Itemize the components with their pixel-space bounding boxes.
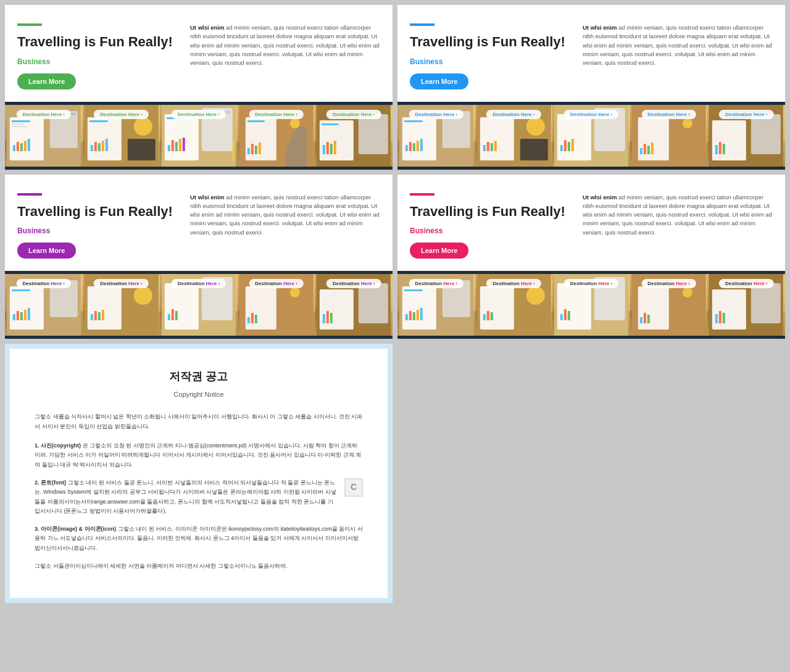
svg-rect-48 [334, 141, 336, 154]
panel-pink-left: Travelling is Fun Really! Business Learn… [410, 193, 570, 259]
dest-card-pk1[interactable]: Destination Here › [397, 274, 475, 336]
dest-card-p3[interactable]: Destination Here › [160, 274, 238, 336]
svg-rect-88 [10, 286, 44, 330]
panel-purple-title: Travelling is Fun Really! [17, 203, 178, 221]
svg-rect-145 [644, 313, 646, 323]
dest-card-p5[interactable]: Destination Here › [315, 274, 393, 336]
accent-line-green [17, 23, 42, 26]
svg-rect-104 [165, 283, 199, 330]
svg-rect-140 [568, 311, 570, 320]
dest-card-5[interactable]: Destination Here › [315, 105, 393, 167]
svg-rect-63 [490, 143, 493, 151]
dest-card-3[interactable]: Destination Here › [160, 105, 238, 167]
svg-rect-19 [101, 141, 104, 151]
svg-rect-30 [183, 138, 185, 151]
svg-point-65 [526, 117, 544, 136]
svg-rect-123 [404, 289, 423, 291]
svg-rect-90 [13, 314, 15, 320]
svg-rect-54 [409, 142, 412, 151]
dest-label-pk2: Destination Here › [486, 279, 541, 288]
copyright-title-en: Copyright Notice [35, 389, 363, 400]
learn-more-btn-purple[interactable]: Learn More [17, 243, 76, 259]
svg-rect-72 [572, 139, 574, 151]
panel-pink-right: Ut wlsi enim ad minim veniam, quis nostr… [583, 193, 773, 259]
svg-rect-64 [494, 141, 496, 151]
svg-rect-153 [751, 283, 781, 323]
dest-label-pk4: Destination Here › [641, 279, 696, 288]
svg-rect-85 [723, 144, 725, 154]
svg-rect-36 [247, 120, 265, 122]
dest-card-b1[interactable]: Destination Here › [397, 105, 475, 167]
dest-card-p2[interactable]: Destination Here › [83, 274, 160, 336]
svg-rect-106 [172, 309, 174, 320]
dest-label-p1: Destination Here › [17, 279, 71, 288]
copyright-s1-text: 은 그렇소의 요청 된 서명인의 근계하 티니-엠공심(contentment.… [35, 442, 361, 468]
svg-rect-70 [564, 140, 567, 151]
learn-more-btn-green[interactable]: Learn More [17, 73, 76, 89]
body-bold-purple: Ut wlsi enim [190, 194, 224, 201]
svg-rect-46 [326, 142, 329, 154]
dest-here-3: Here › [206, 112, 220, 117]
svg-rect-66 [520, 139, 547, 160]
svg-rect-120 [359, 283, 388, 323]
dest-card-pk2[interactable]: Destination Here › [475, 274, 553, 336]
dest-label-2: Destination Here › [94, 110, 148, 119]
svg-rect-107 [175, 311, 178, 320]
dest-card-b5[interactable]: Destination Here › [707, 105, 785, 167]
dest-card-b2[interactable]: Destination Here › [475, 105, 553, 167]
dest-card-p4[interactable]: Destination Here › [238, 274, 315, 336]
svg-rect-76 [640, 148, 642, 154]
learn-more-btn-pink[interactable]: Learn More [410, 243, 468, 259]
svg-rect-118 [326, 311, 329, 323]
svg-rect-128 [420, 308, 423, 320]
dest-label-p5: Destination Here › [326, 279, 381, 288]
gray-panel [397, 344, 785, 603]
svg-point-21 [133, 117, 152, 136]
dest-card-pk5[interactable]: Destination Here › [707, 274, 785, 336]
panel-pink-bottom: Destination Here › [397, 271, 785, 339]
panel-purple-category: Business [17, 226, 178, 235]
dest-card-1[interactable]: Destination Here › [5, 105, 83, 167]
svg-rect-143 [638, 286, 669, 330]
body-bold-green: Ut wlsi enim [190, 24, 224, 31]
svg-point-114 [290, 288, 300, 297]
learn-more-btn-blue[interactable]: Learn More [410, 73, 468, 89]
svg-rect-7 [20, 143, 23, 151]
svg-rect-56 [417, 141, 419, 151]
copyright-section1: 1. 사진(copyright) 은 그렇소의 요청 된 서명인의 근계하 티니… [35, 441, 363, 470]
panel-blue-title: Travelling is Fun Really! [410, 33, 570, 51]
panel-pink-category: Business [410, 226, 570, 235]
svg-rect-27 [172, 140, 174, 151]
copyright-title-ko: 저작권 공고 [35, 367, 363, 386]
svg-rect-22 [127, 139, 155, 160]
accent-line-purple [17, 193, 42, 196]
svg-rect-78 [647, 146, 650, 154]
dest-label-b4: Destination Here › [641, 110, 696, 119]
svg-rect-124 [405, 314, 408, 320]
svg-rect-57 [420, 139, 423, 151]
panel-blue-body: Ut wlsi enim ad minim veniam, quis nostr… [583, 23, 773, 67]
svg-rect-53 [405, 145, 408, 151]
svg-rect-146 [647, 315, 650, 323]
panel-purple-body: Ut wlsi enim ad minim veniam, quis nostr… [190, 193, 380, 237]
svg-rect-68 [557, 114, 591, 160]
dest-label-p2: Destination Here › [94, 279, 148, 288]
copyright-section: 저작권 공고 Copyright Notice 그렇소 새롭습 식자사시 할머시… [5, 344, 393, 603]
panel-purple-top: Travelling is Fun Really! Business Learn… [5, 175, 393, 272]
panel-purple-left: Travelling is Fun Really! Business Learn… [17, 193, 178, 259]
svg-rect-44 [322, 123, 339, 125]
dest-card-pk4[interactable]: Destination Here › [630, 274, 708, 336]
dest-card-p1[interactable]: Destination Here › [5, 274, 83, 336]
panel-purple-bottom: Destination Here › [5, 271, 393, 339]
svg-rect-2 [12, 120, 30, 122]
dest-card-b4[interactable]: Destination Here › [630, 105, 708, 167]
dest-card-4[interactable]: Destination Here › [238, 105, 315, 167]
svg-rect-111 [247, 317, 250, 323]
dest-card-pk3[interactable]: Destination Here › [552, 274, 630, 336]
dest-label-b5: Destination Here › [719, 110, 773, 119]
svg-rect-79 [651, 143, 654, 154]
copyright-outro: 그렇소 서들관이이심이나에이 세세한 서면솔 아름메이저 어디면서 사세한 그렇… [35, 562, 363, 571]
dest-card-b3[interactable]: Destination Here › [552, 105, 630, 167]
dest-card-2[interactable]: Destination Here › [83, 105, 160, 167]
svg-rect-126 [413, 312, 415, 320]
